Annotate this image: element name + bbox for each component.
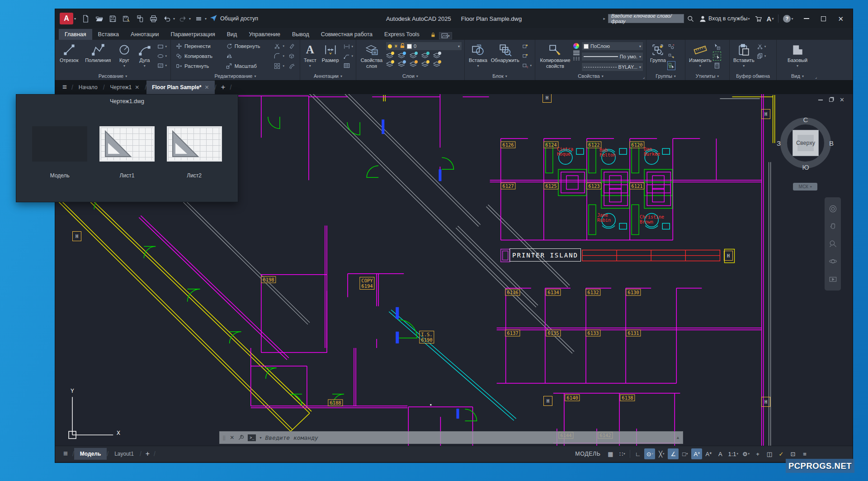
polyline-button[interactable]: Полилиния — [84, 42, 112, 64]
plot-icon[interactable] — [147, 13, 159, 24]
layer-tool-icon[interactable] — [397, 52, 406, 59]
customization-toggle[interactable]: + — [752, 448, 763, 459]
panel-draw-label[interactable]: Рисование▾ — [55, 72, 170, 80]
create-block-button[interactable] — [522, 43, 532, 51]
ungroup-button[interactable] — [668, 43, 675, 51]
signin-button[interactable]: Вход в службы▾ — [699, 15, 750, 23]
base-view-button[interactable]: Базовый▾ — [787, 42, 808, 68]
viewcube-south[interactable]: Ю — [802, 163, 809, 171]
ribbon-tab-8[interactable]: Совместная работа — [315, 29, 378, 40]
ribbon-tab-6[interactable]: Управление — [243, 29, 286, 40]
layer-tool-icon[interactable] — [409, 52, 417, 59]
ribbon-tab-2[interactable]: Вставка — [92, 29, 125, 40]
layer-tool-icon[interactable] — [397, 61, 406, 68]
ribbon-tab-1[interactable]: Главная — [59, 29, 92, 40]
ucs-selector-button[interactable]: МСК▾ — [793, 183, 817, 190]
clean-screen-toggle[interactable]: ⊡ — [788, 448, 798, 459]
mirror-button[interactable] — [226, 52, 270, 61]
circle-button[interactable]: Круг▾ — [117, 42, 132, 68]
ribbon-display-options-button[interactable]: ▾ — [439, 32, 452, 39]
ribbon-tab-9[interactable]: Express Tools — [378, 29, 425, 40]
layer-tool-icon[interactable] — [433, 52, 441, 59]
isometric-drafting-toggle[interactable]: ╳▾ — [656, 448, 667, 459]
open-from-web-mobile-icon[interactable] — [134, 13, 146, 24]
save-as-icon[interactable] — [120, 13, 132, 24]
share-button[interactable]: Общий доступ — [209, 14, 258, 24]
close-button[interactable]: ✕ — [838, 15, 844, 22]
application-menu-arrow-icon[interactable]: ▾ — [74, 17, 76, 21]
drawing-minimize-icon[interactable] — [818, 100, 823, 100]
drawing-close-icon[interactable]: ✕ — [840, 97, 844, 103]
quick-calc-button[interactable] — [713, 62, 721, 70]
command-line-grip[interactable]: ⣿ — [222, 435, 226, 440]
text-button[interactable]: AТекст▾ — [303, 42, 317, 68]
annotation-scale-flag-toggle[interactable]: A — [715, 448, 726, 459]
snap-mode-toggle[interactable]: ∷▾ — [617, 448, 627, 459]
detect-blocks-button[interactable]: Обнаружить — [490, 42, 520, 64]
undo-dropdown-arrow[interactable]: ▾ — [173, 17, 175, 21]
select-objects-button[interactable] — [713, 52, 721, 60]
layer-properties-button[interactable]: Свойства слоя — [359, 42, 385, 69]
settings-toggle[interactable]: ⚙▾ — [741, 448, 751, 459]
trim-button[interactable]: ▾ — [274, 42, 284, 51]
redo-dropdown-arrow[interactable]: ▾ — [189, 17, 191, 21]
isolate-objects-toggle[interactable]: ◫ — [764, 448, 775, 459]
file-tabs-menu-icon[interactable]: ≡ — [58, 83, 71, 92]
ui-lock-icon[interactable] — [430, 32, 436, 40]
erase-button[interactable] — [288, 42, 295, 51]
panel-layers-label[interactable]: Слои▾ — [356, 72, 464, 80]
offset-button[interactable] — [288, 62, 295, 71]
annotation-visibility-toggle[interactable]: A° — [691, 448, 702, 459]
scale-button[interactable]: Масштаб — [226, 62, 270, 71]
ribbon-tab-5[interactable]: Вид — [221, 29, 243, 40]
preview-thumbnail[interactable] — [99, 126, 155, 162]
annotation-scale-toggle[interactable]: 1:1▾ — [726, 448, 740, 459]
new-layout-button[interactable]: + — [142, 450, 154, 458]
preview-item-Лист1[interactable]: Лист1 — [98, 116, 156, 179]
write-block-button[interactable] — [522, 52, 532, 60]
viewcube-east[interactable]: В — [829, 139, 834, 147]
polar-tracking-toggle[interactable]: ⊙▾ — [644, 448, 655, 459]
layer-tool-icon[interactable] — [433, 61, 441, 68]
command-line-close-icon[interactable]: ✕ — [230, 434, 234, 441]
preview-item-Лист2[interactable]: Лист2 — [165, 116, 224, 179]
file-tab-3[interactable]: Floor Plan Sample*✕ — [146, 81, 214, 94]
status-menu-toggle[interactable]: ≡ — [799, 448, 810, 459]
table-button[interactable] — [343, 62, 353, 70]
save-icon[interactable] — [107, 13, 118, 24]
cart-icon[interactable] — [755, 15, 762, 23]
ribbon-tab-3[interactable]: Аннотации — [125, 29, 165, 40]
measure-button[interactable]: Измерить▾ — [688, 42, 712, 68]
array-button[interactable]: ▾ — [274, 62, 284, 71]
help-icon[interactable]: ?▾ — [783, 15, 793, 23]
drawing-restore-icon[interactable] — [829, 98, 833, 102]
object-snap-tracking-toggle[interactable]: ∠ — [668, 448, 679, 459]
new-drawing-tab-button[interactable]: + — [216, 83, 230, 92]
ortho-mode-toggle[interactable]: ∟ — [632, 448, 643, 459]
object-color-combo[interactable]: ПоСлою▾ — [581, 42, 643, 51]
layer-tool-icon[interactable] — [421, 61, 429, 68]
block-attributes-button[interactable]: ▾ — [522, 62, 532, 70]
command-scroll-icon[interactable]: ▲ — [676, 435, 680, 440]
copy-button[interactable]: Копировать — [175, 52, 222, 61]
dim-style-button[interactable]: ▾ — [343, 43, 353, 51]
preview-item-Модель[interactable]: Модель — [30, 116, 89, 179]
preview-thumbnail[interactable] — [32, 126, 87, 162]
rectangle-button[interactable]: ▾ — [157, 43, 167, 51]
search-input[interactable]: Введите ключевое слово/фразу — [608, 14, 684, 23]
search-expand-icon[interactable]: ▸ — [604, 16, 606, 21]
lineweight-combo[interactable]: По умо.▾ — [581, 52, 643, 61]
new-file-icon[interactable] — [80, 13, 91, 24]
viewcube[interactable]: С Ю З В Сверху — [780, 118, 831, 168]
file-tab-2[interactable]: Чертеж1✕ — [105, 81, 145, 94]
linetype-combo[interactable]: BYLAY...▾ — [581, 62, 643, 71]
leader-button[interactable]: ▾ — [343, 52, 353, 60]
application-menu-button[interactable]: A — [60, 13, 73, 24]
minimize-button[interactable] — [804, 18, 809, 19]
grid-display-toggle[interactable]: ▦ — [605, 448, 616, 459]
rotate-button[interactable]: Повернуть — [226, 42, 270, 51]
search-icon[interactable] — [687, 15, 694, 23]
dimension-button[interactable]: Размер — [321, 42, 340, 64]
file-tab-1[interactable]: Начало — [73, 81, 103, 94]
undo-icon[interactable] — [161, 13, 173, 24]
